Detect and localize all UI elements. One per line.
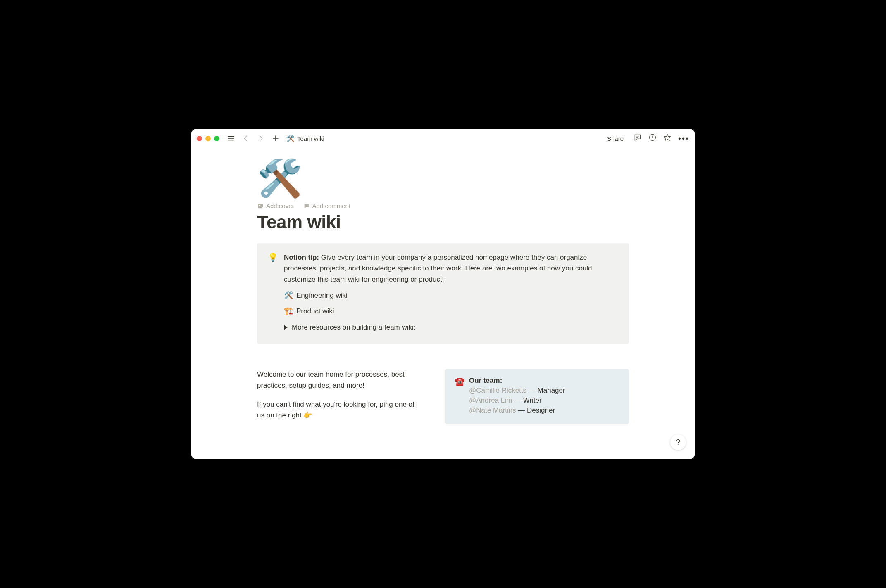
- page-controls-row: Add cover Add comment: [257, 202, 629, 209]
- mention[interactable]: @Camille Ricketts: [469, 386, 526, 394]
- welcome-paragraph-1: Welcome to our team home for processes, …: [257, 369, 422, 391]
- nav-back-button[interactable]: [240, 133, 252, 144]
- breadcrumb-title: Team wiki: [297, 135, 324, 142]
- pointer-icon: 👉: [303, 411, 312, 419]
- svg-rect-9: [258, 204, 263, 208]
- minimize-window-button[interactable]: [205, 136, 211, 141]
- more-menu-button[interactable]: •••: [678, 134, 689, 143]
- callout-block[interactable]: 💡 Notion tip: Give every team in your co…: [257, 243, 629, 344]
- nav-forward-button[interactable]: [255, 133, 267, 144]
- crane-icon: 🏗️: [284, 306, 292, 317]
- app-window: 🛠️ Team wiki Share ••• 🛠️ Add c: [191, 129, 695, 459]
- callout-tip-body: Give every team in your company a person…: [284, 254, 592, 283]
- share-button[interactable]: Share: [605, 133, 626, 144]
- role-separator: —: [514, 396, 523, 404]
- help-button[interactable]: ?: [670, 434, 686, 450]
- welcome-paragraph-2: If you can't find what you're looking fo…: [257, 399, 422, 421]
- mention[interactable]: @Andrea Lim: [469, 396, 512, 404]
- two-column-layout: Welcome to our team home for processes, …: [257, 369, 629, 424]
- team-member: @Nate Martins — Designer: [469, 406, 565, 415]
- breadcrumb-icon: 🛠️: [286, 135, 295, 142]
- toggle-block[interactable]: More resources on building a team wiki:: [284, 322, 618, 333]
- role-separator: —: [518, 406, 527, 414]
- svg-marker-8: [664, 135, 670, 141]
- tools-icon: 🛠️: [284, 290, 292, 301]
- comment-icon: [303, 203, 310, 209]
- team-heading: Our team:: [469, 377, 565, 385]
- svg-point-10: [259, 205, 260, 206]
- comments-icon[interactable]: [634, 133, 642, 143]
- favorite-icon[interactable]: [663, 133, 672, 143]
- page-link-product[interactable]: 🏗️ Product wiki: [284, 306, 618, 317]
- page-content: 🛠️ Add cover Add comment Team wiki 💡 Not…: [257, 148, 629, 424]
- new-tab-button[interactable]: [270, 133, 281, 144]
- page-scroll[interactable]: 🛠️ Add cover Add comment Team wiki 💡 Not…: [191, 148, 695, 459]
- toggle-triangle-icon: [284, 325, 288, 330]
- toggle-label: More resources on building a team wiki:: [292, 322, 416, 333]
- left-column[interactable]: Welcome to our team home for processes, …: [257, 369, 422, 421]
- callout-tip-label: Notion tip:: [284, 254, 319, 261]
- add-comment-button[interactable]: Add comment: [303, 202, 351, 209]
- page-link-label: Product wiki: [296, 306, 334, 317]
- team-member: @Camille Ricketts — Manager: [469, 386, 565, 395]
- team-callout[interactable]: ☎️ Our team: @Camille Ricketts — Manager…: [445, 369, 629, 424]
- team-callout-body: Our team: @Camille Ricketts — Manager @A…: [469, 377, 565, 415]
- page-title[interactable]: Team wiki: [257, 212, 629, 232]
- add-cover-label: Add cover: [266, 202, 294, 209]
- callout-links: 🛠️ Engineering wiki 🏗️ Product wiki: [284, 290, 618, 317]
- phone-icon: ☎️: [455, 377, 465, 415]
- mention[interactable]: @Nate Martins: [469, 406, 516, 414]
- welcome-paragraph-2-text: If you can't find what you're looking fo…: [257, 401, 414, 419]
- maximize-window-button[interactable]: [214, 136, 219, 141]
- titlebar: 🛠️ Team wiki Share •••: [191, 129, 695, 148]
- member-role: Writer: [523, 396, 542, 404]
- team-member: @Andrea Lim — Writer: [469, 396, 565, 405]
- member-role: Manager: [538, 386, 565, 394]
- callout-body: Notion tip: Give every team in your comp…: [284, 252, 618, 333]
- sidebar-toggle-button[interactable]: [225, 133, 237, 144]
- member-role: Designer: [527, 406, 555, 414]
- role-separator: —: [529, 386, 538, 394]
- close-window-button[interactable]: [197, 136, 202, 141]
- bulb-icon: 💡: [268, 252, 278, 333]
- add-cover-button[interactable]: Add cover: [257, 202, 294, 209]
- add-comment-label: Add comment: [312, 202, 351, 209]
- page-emoji[interactable]: 🛠️: [257, 160, 629, 197]
- breadcrumb[interactable]: 🛠️ Team wiki: [286, 135, 324, 142]
- page-link-engineering[interactable]: 🛠️ Engineering wiki: [284, 290, 618, 301]
- topbar-right-icons: •••: [634, 133, 689, 143]
- page-link-label: Engineering wiki: [296, 290, 348, 301]
- image-icon: [257, 203, 264, 209]
- updates-icon[interactable]: [648, 133, 657, 143]
- window-controls: [197, 136, 219, 141]
